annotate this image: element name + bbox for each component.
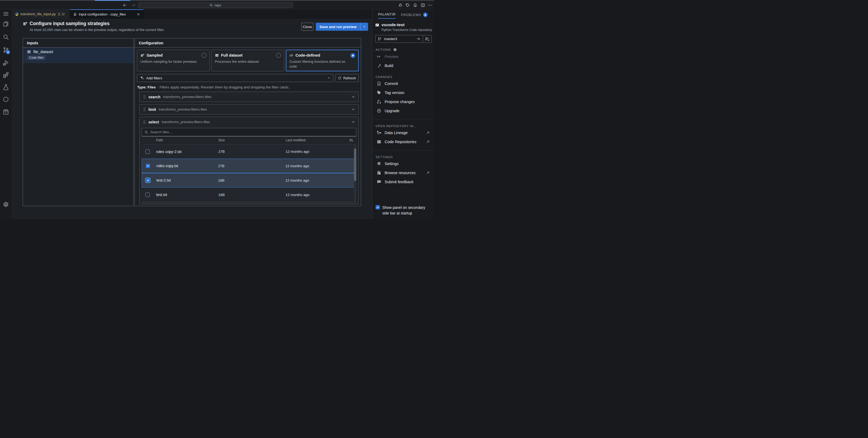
arrow-right-icon[interactable]: [416, 37, 421, 41]
strategy-card-sampled[interactable]: Sampled Uniform sampling for faster prev…: [137, 50, 210, 71]
refresh-label: Refresh: [343, 76, 356, 80]
file-path: test-2.txt: [154, 178, 216, 182]
action-preview[interactable]: Preview: [372, 52, 434, 61]
section-title: CHANGES: [376, 75, 392, 79]
tag-icon[interactable]: [405, 3, 410, 7]
book-icon: [377, 171, 381, 175]
section-settings: SETTINGS: [376, 155, 431, 158]
footer-checkbox-row[interactable]: Show panel on secondary side bar at star…: [376, 205, 432, 216]
info-icon[interactable]: [393, 48, 397, 52]
file-path: test.txt: [153, 193, 216, 197]
repository-name: vscode-test: [381, 23, 432, 27]
close-button[interactable]: Close: [301, 23, 313, 31]
checkbox-unchecked[interactable]: [146, 150, 150, 154]
checkbox-unchecked[interactable]: [146, 193, 150, 197]
open-in-code-repositories[interactable]: Code Repositories: [372, 137, 434, 146]
scrollbar-thumb[interactable]: [354, 148, 356, 181]
filter-card-search[interactable]: search transforms_preview.filters.files: [139, 92, 359, 102]
activity-bar: 5: [0, 9, 12, 219]
dataset-icon: [27, 50, 31, 54]
checkbox-checked[interactable]: [146, 164, 150, 168]
sort-descending-icon[interactable]: [349, 138, 353, 142]
file-search-input[interactable]: Search files...: [142, 128, 356, 136]
chevron-down-icon[interactable]: [351, 95, 355, 98]
tab-input-configuration[interactable]: Input configuration - copy_files: [70, 9, 144, 19]
refresh-button[interactable]: Refresh: [335, 74, 359, 82]
input-dataset-row[interactable]: file_dataset Code filter: [23, 48, 133, 63]
file-row-test[interactable]: test.txt 18B 12 months ago: [142, 187, 356, 202]
run-debug-icon[interactable]: [3, 60, 9, 66]
problems-count-badge: 4: [423, 12, 428, 17]
save-and-run-preview-button[interactable]: Save and run preview: [316, 23, 368, 31]
branch-control[interactable]: master3: [375, 35, 431, 43]
browse-resources-item[interactable]: Browse resources: [372, 168, 434, 177]
title-bar: repo: [0, 1, 434, 9]
command-center-search[interactable]: repo: [138, 2, 293, 8]
drag-handle-icon[interactable]: [143, 120, 146, 124]
open-in-data-lineage[interactable]: Data Lineage: [372, 128, 434, 137]
radio-sampled[interactable]: [202, 53, 207, 58]
menu-icon[interactable]: [3, 11, 9, 17]
split-editor-icon[interactable]: [421, 3, 425, 7]
bird-icon[interactable]: [398, 3, 403, 7]
settings-item[interactable]: Settings: [372, 159, 434, 168]
palantir-icon[interactable]: [413, 3, 417, 7]
repository-info: vscode-test Python Transforms Code repos…: [375, 23, 432, 32]
file-row-roles-copy[interactable]: roles copy.txt 27B 12 months ago: [142, 158, 356, 173]
changes-commit[interactable]: Commit: [372, 79, 434, 88]
submit-feedback-item[interactable]: Submit feedback: [372, 177, 434, 186]
file-path: roles copy-2.txt: [153, 150, 216, 154]
item-label: Data Lineage: [384, 130, 408, 135]
repository-description: Python Transforms Code repository: [381, 28, 432, 32]
chevron-down-icon[interactable]: [351, 108, 355, 111]
explorer-icon[interactable]: [3, 21, 9, 27]
changes-propose-changes[interactable]: Propose changes: [372, 97, 434, 106]
tab-transform-file-input[interactable]: transform_file_input.py 2, U: [12, 9, 70, 19]
footer-checkbox-label: Show panel on secondary side bar at star…: [382, 205, 432, 216]
strategy-card-code-defined[interactable]: Code-defined Custom filtering functions …: [286, 50, 359, 71]
item-label: Browse resources: [384, 171, 415, 175]
tab-palantir[interactable]: PALANTIR: [378, 12, 396, 19]
back-arrow-icon[interactable]: [123, 3, 127, 7]
radio-code-defined[interactable]: [350, 53, 355, 58]
drag-handle-icon[interactable]: [143, 95, 146, 99]
file-table-body: roles copy-2.txt 27B 12 months ago roles…: [142, 144, 356, 204]
changes-upgrade[interactable]: Upgrade: [372, 106, 434, 115]
checkbox-checked[interactable]: [376, 205, 380, 209]
filter-card-limit[interactable]: limit transforms_preview.filters.files: [139, 104, 359, 115]
forward-arrow-icon[interactable]: [131, 3, 136, 7]
search-icon[interactable]: [3, 34, 9, 40]
create-branch-button[interactable]: [423, 37, 431, 41]
archive-icon[interactable]: [3, 109, 9, 115]
changes-tag-version[interactable]: Tag version: [372, 88, 434, 97]
radio-full-dataset[interactable]: [276, 53, 281, 58]
save-dropdown-caret[interactable]: [360, 23, 368, 31]
file-row-roles-copy-2[interactable]: roles copy-2.txt 27B 12 months ago: [142, 144, 356, 158]
workbench: 5 transform_file_input.py 2, U: [0, 9, 434, 219]
testing-icon[interactable]: [3, 84, 9, 90]
filter-card-select[interactable]: select transforms_preview.filters.files: [139, 117, 359, 204]
drag-handle-icon[interactable]: [143, 107, 146, 111]
file-row-test-2[interactable]: test-2.txt 18B 12 months ago: [142, 173, 356, 187]
more-icon[interactable]: [428, 3, 432, 7]
filter-name: search: [148, 95, 160, 99]
section-title: OPEN REPOSITORY IN...: [376, 124, 417, 128]
checkbox-checked-focused[interactable]: [146, 178, 150, 182]
filter-type-text: Filters apply sequentially. Reorder them…: [160, 85, 289, 89]
settings-gear-icon[interactable]: [3, 201, 9, 208]
palantir-hexagon-icon[interactable]: [3, 96, 9, 103]
table-scrollbar[interactable]: [354, 144, 356, 201]
close-tab-icon[interactable]: [137, 12, 140, 16]
add-filters-dropdown[interactable]: Add filters: [137, 74, 333, 82]
filter-path: transforms_preview.filters.files: [162, 120, 210, 124]
configuration-panel: Configuration Sampled Uniform sampling f…: [134, 38, 361, 206]
chevron-up-icon[interactable]: [351, 120, 355, 124]
strategy-card-full-dataset[interactable]: Full dataset Processes the entire datase…: [211, 50, 284, 71]
divider: [372, 150, 434, 150]
item-label: Build: [384, 64, 393, 68]
action-build[interactable]: Build: [372, 61, 434, 70]
extensions-icon[interactable]: [3, 71, 9, 78]
tab-problems[interactable]: PROBLEMS 4: [401, 12, 427, 19]
input-configuration-editor: Configure input sampling strategies At m…: [12, 19, 372, 219]
filter-path: transforms_preview.filters.files: [159, 107, 207, 111]
